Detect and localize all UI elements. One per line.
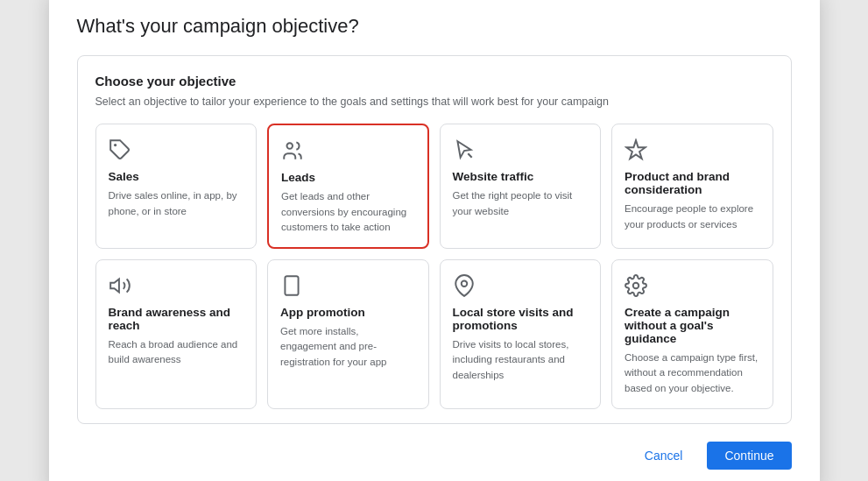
dialog-footer: Cancel Continue [77, 442, 792, 470]
card-desc-sales: Drive sales online, in app, by phone, or… [109, 188, 244, 219]
svg-point-0 [113, 144, 116, 146]
card-sales[interactable]: SalesDrive sales online, in app, by phon… [95, 124, 258, 249]
card-title-app-promotion: App promotion [280, 306, 416, 319]
people-icon [281, 139, 415, 162]
cursor-icon [453, 138, 589, 161]
card-title-sales: Sales [109, 170, 244, 183]
svg-marker-3 [110, 279, 119, 292]
svg-line-2 [468, 154, 471, 158]
sparkle-icon [625, 138, 760, 161]
card-no-goal[interactable]: Create a campaign without a goal's guida… [611, 259, 773, 409]
card-title-leads: Leads [281, 171, 415, 184]
card-title-product-brand: Product and brand consideration [625, 170, 760, 196]
cancel-button[interactable]: Cancel [631, 442, 697, 470]
campaign-objective-dialog: What's your campaign objective? Choose y… [49, 0, 820, 481]
pin-icon [453, 274, 589, 297]
card-product-brand[interactable]: Product and brand considerationEncourage… [611, 124, 773, 249]
card-title-local-store: Local store visits and promotions [453, 306, 589, 332]
card-leads[interactable]: LeadsGet leads and other conversions by … [267, 124, 429, 249]
card-local-store[interactable]: Local store visits and promotionsDrive v… [440, 259, 602, 409]
card-desc-app-promotion: Get more installs, engagement and pre-re… [280, 324, 416, 370]
card-desc-website-traffic: Get the right people to visit your websi… [453, 188, 589, 219]
phone-icon [280, 274, 416, 297]
card-app-promotion[interactable]: App promotionGet more installs, engageme… [267, 259, 429, 409]
objective-panel: Choose your objective Select an objectiv… [77, 55, 792, 424]
tag-icon [109, 138, 244, 161]
panel-title: Choose your objective [95, 74, 773, 88]
dialog-title: What's your campaign objective? [77, 15, 792, 38]
svg-point-6 [461, 281, 467, 287]
continue-button[interactable]: Continue [707, 442, 791, 470]
card-desc-product-brand: Encourage people to explore your product… [625, 202, 760, 232]
svg-point-7 [633, 283, 639, 289]
card-desc-brand-awareness: Reach a broad audience and build awarene… [109, 337, 244, 368]
svg-point-1 [287, 144, 293, 150]
card-title-brand-awareness: Brand awareness and reach [109, 306, 244, 332]
card-brand-awareness[interactable]: Brand awareness and reachReach a broad a… [95, 259, 258, 409]
card-title-website-traffic: Website traffic [453, 170, 589, 183]
megaphone-icon [109, 274, 244, 297]
card-website-traffic[interactable]: Website trafficGet the right people to v… [440, 124, 602, 249]
card-desc-leads: Get leads and other conversions by encou… [281, 189, 415, 235]
card-title-no-goal: Create a campaign without a goal's guida… [625, 306, 760, 345]
objective-grid: SalesDrive sales online, in app, by phon… [95, 124, 773, 409]
panel-subtitle: Select an objective to tailor your exper… [95, 95, 773, 108]
card-desc-no-goal: Choose a campaign type first, without a … [625, 350, 760, 396]
card-desc-local-store: Drive visits to local stores, including … [453, 337, 589, 383]
gear-icon [625, 274, 760, 297]
